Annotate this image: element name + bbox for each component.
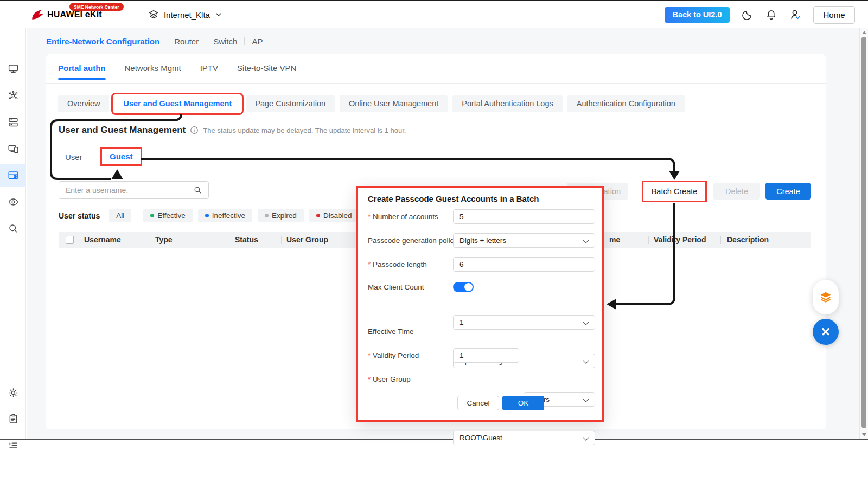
section-header: User and Guest Management The status upd… bbox=[59, 125, 406, 136]
notifications-button[interactable] bbox=[765, 9, 777, 21]
ok-button[interactable]: OK bbox=[502, 396, 544, 410]
sidebar-item-topology[interactable] bbox=[0, 84, 26, 107]
user-group-value: ROOT\Guest bbox=[459, 434, 502, 442]
sidebar-item-settings[interactable] bbox=[0, 381, 26, 404]
filter-ineffective-label: Ineffective bbox=[212, 211, 245, 220]
portal-subtabs: Overview User and Guest Management Page … bbox=[58, 95, 685, 112]
vertical-scrollbar bbox=[859, 28, 868, 439]
topbar: HUAWEI eKit SME Network Center Internet_… bbox=[0, 1, 868, 28]
dialog-title: Create Passcode Guest Accounts in a Batc… bbox=[368, 194, 539, 203]
validity-period-label: Validity Period bbox=[368, 348, 419, 363]
account-button[interactable] bbox=[789, 8, 802, 21]
tab-user[interactable]: User bbox=[65, 152, 82, 162]
tab-iptv[interactable]: IPTV bbox=[200, 63, 218, 80]
breadcrumb: Entire-Network Configuration Router Swit… bbox=[46, 34, 263, 49]
filter-disabled-label: Disabled bbox=[323, 211, 352, 220]
user-status-filter: User status All Effective Ineffective Ex… bbox=[59, 209, 364, 222]
moon-icon bbox=[741, 9, 754, 21]
scrollbar-down-arrow[interactable] bbox=[862, 433, 866, 436]
breadcrumb-separator bbox=[167, 37, 167, 45]
filter-separator bbox=[139, 212, 139, 220]
sidebar-item-monitor[interactable] bbox=[0, 57, 26, 80]
tab-portal-authn[interactable]: Portal authn bbox=[58, 63, 106, 80]
toggle-knob bbox=[464, 283, 473, 291]
status-update-notice: The status update may be delayed. The up… bbox=[203, 126, 406, 134]
subtab-authentication-configuration[interactable]: Authentication Configuration bbox=[567, 95, 685, 112]
sidebar-item-search[interactable] bbox=[0, 217, 26, 240]
sidebar-item-network-config[interactable] bbox=[0, 164, 26, 187]
site-selector[interactable]: Internet_Klta bbox=[148, 9, 223, 21]
scrollbar-up-arrow[interactable] bbox=[862, 31, 866, 34]
back-to-ui2-button[interactable]: Back to UI2.0 bbox=[665, 7, 730, 23]
scrollbar-thumb[interactable] bbox=[861, 37, 866, 428]
col-type: Type bbox=[155, 232, 173, 248]
gear-icon bbox=[8, 387, 19, 399]
quick-panel-button[interactable] bbox=[813, 280, 839, 314]
subtab-online-user-management[interactable]: Online User Management bbox=[340, 95, 448, 112]
validity-period-input[interactable] bbox=[453, 348, 519, 363]
monitor-icon bbox=[8, 63, 19, 74]
subtab-overview[interactable]: Overview bbox=[58, 95, 109, 112]
select-all-checkbox[interactable] bbox=[66, 236, 74, 244]
home-button[interactable]: Home bbox=[813, 6, 855, 24]
subtab-page-customization[interactable]: Page Customization bbox=[246, 95, 335, 112]
layers-icon bbox=[148, 9, 159, 21]
username-search bbox=[59, 181, 209, 199]
passcode-length-input[interactable] bbox=[453, 257, 595, 272]
col-validity-period: Validity Period bbox=[654, 232, 706, 248]
filter-effective-label: Effective bbox=[157, 211, 186, 220]
tab-site-to-site-vpn[interactable]: Site-to-Site VPN bbox=[237, 63, 296, 80]
filter-disabled[interactable]: Disabled bbox=[309, 209, 359, 222]
user-group-select[interactable]: ROOT\Guest bbox=[453, 431, 595, 445]
cancel-button[interactable]: Cancel bbox=[457, 396, 499, 410]
search-input[interactable] bbox=[59, 186, 193, 195]
filter-all[interactable]: All bbox=[109, 209, 131, 222]
filter-effective[interactable]: Effective bbox=[143, 209, 193, 222]
filter-ineffective[interactable]: Ineffective bbox=[198, 209, 252, 222]
sidebar-item-collapse-menu[interactable] bbox=[0, 434, 26, 457]
col-user-group: User Group bbox=[286, 232, 328, 248]
effective-dot bbox=[150, 214, 154, 217]
number-of-accounts-input[interactable] bbox=[453, 209, 595, 224]
sidebar-item-report[interactable] bbox=[0, 407, 26, 430]
max-client-count-toggle[interactable] bbox=[453, 282, 474, 292]
max-client-count-select[interactable]: 1 bbox=[453, 315, 595, 330]
column-divider bbox=[150, 236, 150, 244]
topology-icon bbox=[8, 90, 19, 101]
network-config-icon bbox=[8, 170, 19, 181]
tools-icon bbox=[819, 325, 832, 338]
breadcrumb-entire-network[interactable]: Entire-Network Configuration bbox=[46, 37, 159, 46]
screen: HUAWEI eKit SME Network Center Internet_… bbox=[0, 0, 868, 488]
clipboard-icon bbox=[8, 413, 19, 425]
batch-create-dialog: Create Passcode Guest Accounts in a Batc… bbox=[356, 186, 604, 422]
create-button[interactable]: Create bbox=[765, 183, 811, 200]
sidebar-item-devices[interactable] bbox=[0, 137, 26, 160]
tab-guest[interactable]: Guest bbox=[102, 149, 141, 164]
passcode-policy-select[interactable]: Digits + letters bbox=[453, 233, 595, 248]
subtab-portal-authentication-logs[interactable]: Portal Authentication Logs bbox=[452, 95, 562, 112]
dark-mode-button[interactable] bbox=[741, 9, 754, 21]
passcode-policy-value: Digits + letters bbox=[459, 236, 506, 245]
subtab-user-and-guest-management[interactable]: User and Guest Management bbox=[114, 95, 241, 112]
tab-networks-mgmt[interactable]: Networks Mgmt bbox=[125, 63, 181, 80]
passcode-policy-label: Passcode generation policy bbox=[368, 233, 457, 248]
expired-dot bbox=[265, 214, 269, 217]
sidebar bbox=[0, 28, 26, 439]
collapse-menu-icon bbox=[8, 440, 19, 451]
breadcrumb-switch[interactable]: Switch bbox=[213, 37, 237, 46]
user-status-label: User status bbox=[59, 211, 100, 220]
breadcrumb-router[interactable]: Router bbox=[174, 37, 199, 46]
number-of-accounts-label: Number of accounts bbox=[368, 209, 438, 224]
delete-button[interactable]: Delete bbox=[713, 183, 760, 200]
tools-button[interactable] bbox=[813, 319, 839, 345]
sidebar-item-monitoring[interactable] bbox=[0, 190, 26, 213]
batch-create-button[interactable]: Batch Create bbox=[645, 183, 704, 200]
column-divider bbox=[228, 236, 228, 244]
filter-expired[interactable]: Expired bbox=[258, 209, 304, 222]
col-name-partial: me bbox=[609, 232, 620, 248]
site-name: Internet_Klta bbox=[164, 10, 210, 20]
search-icon bbox=[193, 185, 202, 195]
sidebar-item-servers[interactable] bbox=[0, 111, 26, 133]
topbar-actions: Back to UI2.0 Home bbox=[665, 6, 855, 24]
breadcrumb-ap[interactable]: AP bbox=[252, 37, 263, 46]
